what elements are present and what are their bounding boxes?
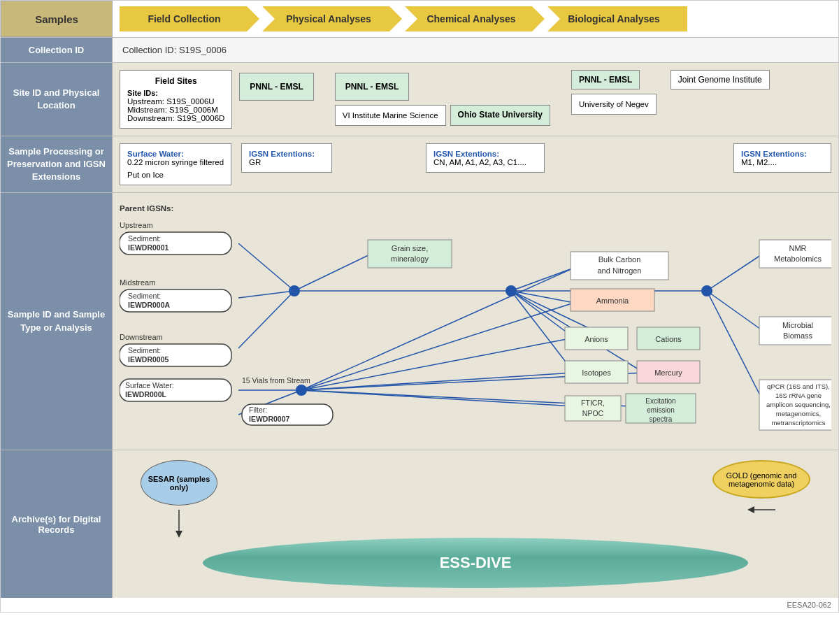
processing-content: Surface Water: 0.22 micron syringe filte… — [113, 136, 838, 192]
archive-top: SESAR (samples only) GOLD (genomic and m… — [120, 460, 831, 538]
site-id-content: Field Sites Site IDs: Upstream: S19S_000… — [113, 63, 838, 136]
svg-line-5 — [511, 268, 574, 291]
node-3 — [701, 285, 712, 296]
svg-line-15 — [301, 303, 574, 390]
filter-id: IEWDR0007 — [249, 415, 290, 423]
sesar-box: SESAR (samples only) — [141, 460, 217, 506]
igsn1-label: IGSN Extentions: — [249, 150, 324, 158]
tab-biological-analyses[interactable]: Biological Analyses — [547, 6, 687, 31]
site-id-row: Site ID and Physical Location Field Site… — [1, 62, 838, 136]
svg-marker-27 — [747, 506, 754, 513]
anions-text: Anions — [585, 335, 608, 343]
gold-arrow-svg — [747, 503, 775, 517]
footer: EESA20-062 — [1, 598, 838, 612]
qpcr-text4: metagenomics, — [776, 410, 821, 417]
tab-physical-analyses[interactable]: Physical Analyses — [262, 6, 402, 31]
microbial-text1: Microbial — [782, 321, 813, 329]
midstream-text: Midstream — [120, 278, 155, 287]
ohio-state-box: Ohio State University — [450, 105, 550, 126]
sesar-group: SESAR (samples only) — [141, 460, 217, 538]
igsn1-value: GR — [249, 158, 324, 166]
sample-id-content: Parent IGSNs: Upstream Sediment: IEWDR00… — [113, 193, 838, 450]
sed1-label: Sediment: — [128, 234, 161, 243]
svg-line-21 — [707, 254, 763, 291]
sample-id-row: Sample ID and Sample Type or Analysis — [1, 192, 838, 450]
upstream-text: Upstream — [120, 221, 153, 229]
pnnl-emsl-1: PNNL - EMSL — [239, 73, 313, 101]
gold-arrow — [747, 503, 775, 517]
processing-label: Sample Processing or Preservation and IG… — [1, 136, 113, 192]
sed3-label: Sediment: — [128, 346, 161, 355]
sed1-id: IEWDR0001 — [128, 243, 169, 252]
collection-id-row: Collection ID Collection ID: S19S_0006 — [1, 37, 838, 62]
sed2-id: IEWDR000A — [128, 301, 171, 309]
collection-id-value: Collection ID: S19S_0006 — [113, 38, 838, 62]
archive-content: SESAR (samples only) GOLD (genomic and m… — [113, 450, 838, 598]
igsn3-label: IGSN Extentions: — [741, 150, 824, 158]
sample-diagram-svg: Parent IGSNs: Upstream Sediment: IEWDR00… — [120, 201, 831, 439]
fticr-text1: FTICR, — [581, 399, 605, 407]
field-sites-box: Field Sites Site IDs: Upstream: S19S_000… — [120, 70, 232, 129]
main-container: Samples Field Collection Physical Analys… — [0, 0, 839, 613]
pnnl-emsl-2: PNNL - EMSL — [335, 73, 409, 101]
vials-text: 15 Vials from Stream — [242, 376, 310, 385]
sed3-id: IEWDR0005 — [128, 355, 169, 364]
qpcr-text1: qPCR (16S and ITS), — [767, 382, 830, 390]
qpcr-text3: amplicon sequencing, — [766, 401, 831, 408]
node-sw — [296, 385, 307, 396]
collection-id-label: Collection ID — [1, 38, 113, 62]
biological-col: PNNL - EMSL University of Negev — [571, 70, 657, 129]
exc-text2: emission — [647, 406, 674, 414]
sw-label: Surface Water: — [127, 150, 224, 158]
upstream-site: Upstream: S19S_0006U — [127, 97, 224, 106]
svg-line-1 — [238, 291, 294, 298]
sw-label-svg: Surface Water: — [125, 381, 174, 389]
exc-text1: Excitation — [645, 397, 675, 405]
site-ids-label: Site IDs: — [127, 89, 224, 97]
surface-water-proc: Surface Water: 0.22 micron syringe filte… — [120, 143, 231, 185]
igsn2-label: IGSN Extentions: — [433, 150, 537, 158]
sw-id: IEWDR000L — [125, 390, 167, 399]
field-sites-title: Field Sites — [127, 76, 224, 86]
node-2 — [505, 285, 517, 296]
samples-label: Samples — [1, 1, 113, 37]
svg-line-17 — [301, 373, 574, 390]
gold-group: GOLD (genomic and metagenomic data) — [712, 460, 810, 517]
grain-size-text2: mineralogy — [391, 255, 429, 263]
fticr-text2: NPOC — [582, 409, 604, 417]
ammonia-text: Ammonia — [596, 296, 629, 305]
filter-label: Filter: — [249, 406, 267, 414]
sw-desc: 0.22 micron syringe filtered — [127, 158, 224, 166]
sesar-arrow-svg — [172, 510, 186, 538]
igsn-ext-3: IGSN Extentions: M1, M2.... — [733, 143, 831, 173]
svg-marker-25 — [175, 531, 182, 538]
svg-line-3 — [294, 254, 371, 291]
bulk-carbon-text2: and Nitrogen — [598, 266, 642, 275]
vi-institute-box: VI Institute Marine Science — [335, 105, 446, 126]
pnnl-emsl-3: PNNL - EMSL — [571, 70, 640, 90]
igsn-ext-2: IGSN Extentions: CN, AM, A1, A2, A3, C1.… — [426, 143, 545, 173]
sesar-arrow — [172, 510, 186, 538]
processing-row: Sample Processing or Preservation and IG… — [1, 136, 838, 192]
parent-igsns-label: Parent IGSNs: — [120, 204, 173, 213]
tab-chemical-analyses[interactable]: Chemical Analyses — [405, 6, 545, 31]
svg-line-23 — [707, 291, 763, 401]
university-negev-box: University of Negev — [571, 94, 657, 115]
arrow-tabs: Field Collection Physical Analyses Chemi… — [113, 1, 838, 37]
svg-line-0 — [238, 243, 294, 291]
qpcr-text5: metranscriptomics — [771, 419, 825, 427]
chemical-col: PNNL - EMSL VI Institute Marine Science … — [335, 70, 550, 129]
gold-box: GOLD (genomic and metagenomic data) — [712, 460, 810, 499]
sed2-label: Sediment: — [128, 292, 161, 300]
archive-row: Archive(s) for Digital Records SESAR (sa… — [1, 450, 838, 598]
ess-dive-oval: ESS-DIVE — [203, 538, 748, 588]
eesa-label: EESA20-062 — [787, 601, 831, 609]
archive-label: Archive(s) for Digital Records — [1, 450, 113, 598]
header-row: Samples Field Collection Physical Analys… — [1, 1, 838, 37]
bulk-carbon-text1: Bulk Carbon — [598, 255, 641, 264]
grain-size-text1: Grain size, — [392, 244, 429, 252]
tab-field-collection[interactable]: Field Collection — [120, 6, 259, 31]
nmr-text2: Metabolomics — [774, 255, 822, 263]
exc-text3: spectra — [650, 415, 673, 423]
svg-line-14 — [301, 268, 574, 390]
